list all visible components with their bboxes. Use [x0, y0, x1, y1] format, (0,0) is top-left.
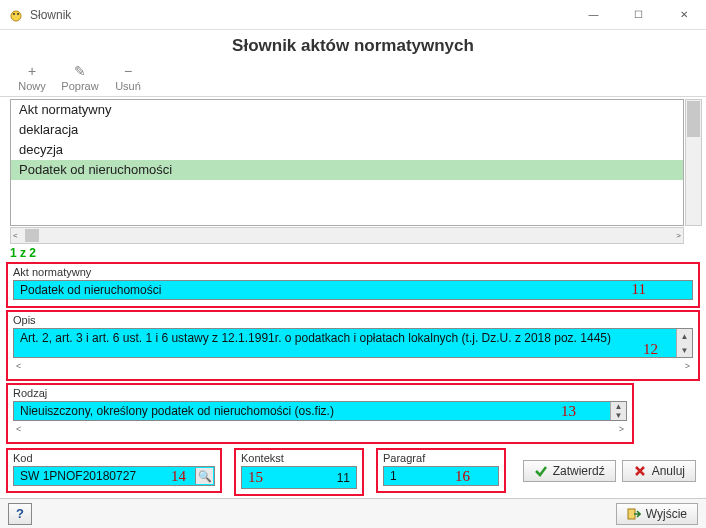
svg-point-0 — [11, 11, 21, 21]
akt-label: Akt normatywny — [13, 266, 693, 278]
footer: ? Wyjście — [0, 498, 706, 528]
kontekst-label: Kontekst — [241, 452, 357, 464]
group-kod: Kod SW 1PNOF20180727 14 🔍 — [6, 448, 222, 493]
list-item[interactable]: decyzja — [11, 140, 683, 160]
minimize-button[interactable]: — — [571, 0, 616, 30]
annotation-14: 14 — [171, 468, 186, 485]
paragraf-field[interactable]: 1 16 — [383, 466, 499, 486]
exit-icon — [627, 507, 641, 521]
titlebar: Słownik — ☐ ✕ — [0, 0, 706, 30]
opis-field[interactable]: Art. 2, art. 3 i art. 6 ust. 1 i 6 ustaw… — [13, 328, 693, 358]
akt-field[interactable]: Podatek od nieruchomości 11 — [13, 280, 693, 300]
maximize-button[interactable]: ☐ — [616, 0, 661, 30]
new-label: Nowy — [18, 80, 46, 92]
list-item-selected[interactable]: Podatek od nieruchomości — [11, 160, 683, 180]
horizontal-scrollbar[interactable]: < > — [10, 227, 684, 244]
down-icon[interactable]: ▼ — [677, 343, 692, 357]
scroll-thumb[interactable] — [25, 229, 39, 242]
vertical-scrollbar[interactable] — [685, 99, 702, 226]
kod-field[interactable]: SW 1PNOF20180727 14 🔍 — [13, 466, 215, 486]
minus-icon: − — [120, 63, 136, 79]
paragraf-value: 1 — [390, 469, 397, 483]
group-opis: Opis Art. 2, art. 3 i art. 6 ust. 1 i 6 … — [6, 310, 700, 381]
kod-label: Kod — [13, 452, 215, 464]
down-icon[interactable]: ▼ — [611, 411, 626, 420]
kontekst-field[interactable]: 15 11 — [241, 466, 357, 489]
group-paragraf: Paragraf 1 16 — [376, 448, 506, 493]
group-kontekst: Kontekst 15 11 — [234, 448, 364, 496]
confirm-label: Zatwierdź — [553, 464, 605, 478]
kod-value: SW 1PNOF20180727 — [20, 469, 136, 483]
plus-icon: + — [24, 63, 40, 79]
window-title: Słownik — [30, 8, 571, 22]
toolbar: + Nowy ✎ Popraw − Usuń — [0, 61, 706, 97]
scroll-thumb[interactable] — [687, 101, 700, 137]
help-button[interactable]: ? — [8, 503, 32, 525]
list-item[interactable]: deklaracja — [11, 120, 683, 140]
cancel-button[interactable]: Anuluj — [622, 460, 696, 482]
rodzaj-field[interactable]: Nieuiszczony, określony podatek od nieru… — [13, 401, 627, 421]
scroll-left-icon[interactable]: < — [16, 424, 21, 434]
pencil-icon: ✎ — [72, 63, 88, 79]
opis-hscroll[interactable]: <> — [13, 359, 693, 373]
scroll-right-icon[interactable]: > — [685, 361, 690, 371]
cancel-label: Anuluj — [652, 464, 685, 478]
delete-label: Usuń — [115, 80, 141, 92]
rodzaj-label: Rodzaj — [13, 387, 627, 399]
edit-label: Popraw — [61, 80, 98, 92]
list-container: Akt normatywny deklaracja decyzja Podate… — [10, 99, 702, 244]
x-icon — [633, 464, 647, 478]
edit-button[interactable]: ✎ Popraw — [58, 61, 102, 94]
svg-point-2 — [17, 13, 19, 15]
close-button[interactable]: ✕ — [661, 0, 706, 30]
group-akt: Akt normatywny Podatek od nieruchomości … — [6, 262, 700, 308]
app-icon — [8, 7, 24, 23]
group-rodzaj: Rodzaj Nieuiszczony, określony podatek o… — [6, 383, 634, 444]
delete-button[interactable]: − Usuń — [106, 61, 150, 94]
scroll-left-icon[interactable]: < — [13, 231, 18, 240]
opis-stepper[interactable]: ▲▼ — [676, 329, 692, 357]
paragraf-label: Paragraf — [383, 452, 499, 464]
rodzaj-hscroll[interactable]: <> — [13, 422, 627, 436]
up-icon[interactable]: ▲ — [611, 402, 626, 411]
annotation-16: 16 — [455, 468, 470, 485]
scroll-right-icon[interactable]: > — [619, 424, 624, 434]
page-title: Słownik aktów normatywnych — [0, 30, 706, 61]
opis-label: Opis — [13, 314, 693, 326]
search-icon[interactable]: 🔍 — [195, 468, 213, 484]
exit-label: Wyjście — [646, 507, 687, 521]
new-button[interactable]: + Nowy — [10, 61, 54, 94]
scroll-left-icon[interactable]: < — [16, 361, 21, 371]
confirm-button[interactable]: Zatwierdź — [523, 460, 616, 482]
akt-value: Podatek od nieruchomości — [20, 283, 161, 297]
opis-value: Art. 2, art. 3 i art. 6 ust. 1 i 6 ustaw… — [20, 331, 611, 345]
annotation-11: 11 — [632, 281, 646, 298]
annotation-13: 13 — [561, 403, 576, 420]
up-icon[interactable]: ▲ — [677, 329, 692, 343]
rodzaj-stepper[interactable]: ▲▼ — [610, 402, 626, 420]
svg-point-1 — [13, 13, 15, 15]
rodzaj-value: Nieuiszczony, określony podatek od nieru… — [20, 404, 334, 418]
act-list[interactable]: Akt normatywny deklaracja decyzja Podate… — [10, 99, 684, 226]
annotation-12: 12 — [643, 341, 658, 358]
kontekst-value: 11 — [337, 471, 350, 485]
scroll-right-icon[interactable]: > — [676, 231, 681, 240]
list-item[interactable]: Akt normatywny — [11, 100, 683, 120]
annotation-15: 15 — [248, 469, 263, 486]
svg-rect-3 — [628, 509, 635, 519]
exit-button[interactable]: Wyjście — [616, 503, 698, 525]
check-icon — [534, 464, 548, 478]
record-counter: 1 z 2 — [0, 246, 706, 260]
